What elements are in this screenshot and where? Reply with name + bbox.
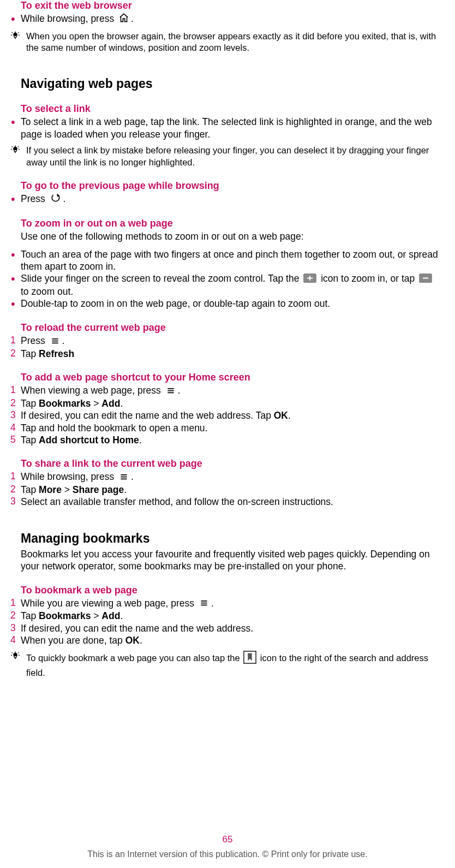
shortcut-step-4: Tap and hold the bookmark to open a menu… bbox=[21, 422, 440, 434]
page-number: 65 bbox=[0, 834, 455, 845]
tip-icon bbox=[11, 31, 26, 44]
step-number: 3 bbox=[10, 496, 21, 507]
bullet: • bbox=[11, 272, 21, 285]
zoom-in-icon bbox=[303, 274, 317, 286]
bullet: • bbox=[11, 298, 21, 310]
bookmarks-intro: Bookmarks let you access your favourite … bbox=[21, 548, 440, 573]
bullet: • bbox=[11, 193, 21, 205]
zoom-step-pinch: Touch an area of the page with two finge… bbox=[21, 248, 440, 273]
step-number: 2 bbox=[10, 484, 21, 495]
menu-icon bbox=[49, 336, 61, 348]
step-number: 1 bbox=[10, 471, 21, 482]
bullet: • bbox=[11, 116, 21, 128]
heading-managing-bookmarks: Managing bookmarks bbox=[21, 531, 440, 546]
heading-exit-browser: To exit the web browser bbox=[21, 0, 440, 11]
heading-bookmark-page: To bookmark a web page bbox=[21, 585, 440, 596]
bullet: • bbox=[11, 248, 21, 261]
heading-previous-page: To go to the previous page while browsin… bbox=[21, 180, 440, 192]
step-number: 1 bbox=[10, 384, 21, 396]
bookmark-step-1: While you are viewing a web page, press … bbox=[21, 597, 440, 610]
step-number: 2 bbox=[10, 348, 21, 359]
bookmark-tip: To quickly bookmark a web page you can a… bbox=[26, 651, 440, 679]
tip-icon bbox=[11, 651, 26, 664]
bookmark-step-4: When you are done, tap OK. bbox=[21, 634, 440, 646]
step-number: 2 bbox=[10, 397, 21, 409]
menu-icon bbox=[118, 472, 130, 484]
step-number: 1 bbox=[10, 597, 21, 609]
share-step-1: While browsing, press . bbox=[21, 471, 440, 484]
step-number: 3 bbox=[10, 622, 21, 634]
zoom-step-control: Slide your finger on the screen to revea… bbox=[21, 272, 440, 298]
menu-icon bbox=[165, 385, 177, 397]
heading-share-link: To share a link to the current web page bbox=[21, 458, 440, 469]
bookmark-step-3: If desired, you can edit the name and th… bbox=[21, 622, 440, 634]
exit-browser-tip: When you open the browser again, the bro… bbox=[26, 31, 440, 54]
tip-icon bbox=[11, 145, 26, 158]
step-number: 4 bbox=[10, 422, 21, 433]
step-number: 5 bbox=[10, 434, 21, 445]
step-number: 1 bbox=[10, 335, 21, 346]
bullet: • bbox=[11, 13, 21, 25]
zoom-intro: Use one of the following methods to zoom… bbox=[21, 230, 440, 242]
heading-select-link: To select a link bbox=[21, 103, 440, 115]
share-step-3: Select an available transfer method, and… bbox=[21, 496, 440, 508]
shortcut-step-3: If desired, you can edit the name and th… bbox=[21, 409, 440, 421]
heading-add-shortcut: To add a web page shortcut to your Home … bbox=[21, 372, 440, 383]
menu-icon bbox=[198, 598, 210, 610]
exit-browser-step: While browsing, press . bbox=[21, 13, 440, 26]
reload-step-1: Press . bbox=[21, 335, 440, 348]
bookmark-step-2: Tap Bookmarks > Add. bbox=[21, 610, 440, 622]
shortcut-step-5: Tap Add shortcut to Home. bbox=[21, 434, 440, 446]
zoom-out-icon bbox=[418, 274, 433, 286]
heading-reload: To reload the current web page bbox=[21, 322, 440, 334]
previous-page-step: Press . bbox=[21, 193, 440, 206]
step-number: 3 bbox=[10, 409, 21, 421]
select-link-tip: If you select a link by mistake before r… bbox=[26, 145, 440, 168]
bookmark-icon bbox=[243, 651, 256, 667]
share-step-2: Tap More > Share page. bbox=[21, 484, 440, 496]
back-icon bbox=[49, 193, 62, 206]
shortcut-step-2: Tap Bookmarks > Add. bbox=[21, 397, 440, 409]
zoom-step-doubletap: Double-tap to zoom in on the web page, o… bbox=[21, 298, 440, 310]
step-number: 4 bbox=[10, 634, 21, 646]
step-number: 2 bbox=[10, 610, 21, 621]
page-footer: 65 This is an Internet version of this p… bbox=[0, 834, 455, 859]
heading-navigating: Navigating web pages bbox=[21, 76, 440, 91]
heading-zoom: To zoom in or out on a web page bbox=[21, 218, 440, 229]
footer-text: This is an Internet version of this publ… bbox=[0, 849, 455, 859]
home-icon bbox=[118, 13, 130, 26]
reload-step-2: Tap Refresh bbox=[21, 348, 440, 360]
select-link-step: To select a link in a web page, tap the … bbox=[21, 116, 440, 140]
shortcut-step-1: When viewing a web page, press . bbox=[21, 384, 440, 397]
